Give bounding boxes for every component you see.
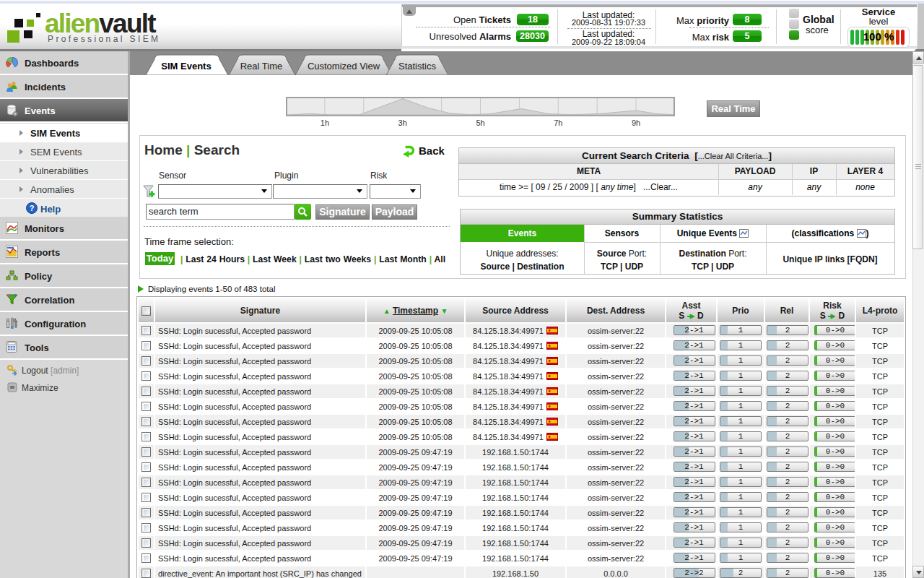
svg-text:Statistics: Statistics (398, 61, 437, 72)
svg-text:?: ? (30, 204, 35, 212)
svg-text:9h: 9h (632, 118, 640, 127)
svg-text:7h: 7h (554, 118, 562, 127)
svg-text:SIM Events: SIM Events (161, 61, 211, 72)
svg-text:3h: 3h (398, 118, 407, 127)
svg-text:Customized View: Customized View (308, 61, 380, 72)
svg-text:5h: 5h (476, 118, 484, 127)
svg-text:1h: 1h (321, 118, 329, 127)
svg-text:Real Time: Real Time (240, 61, 283, 72)
